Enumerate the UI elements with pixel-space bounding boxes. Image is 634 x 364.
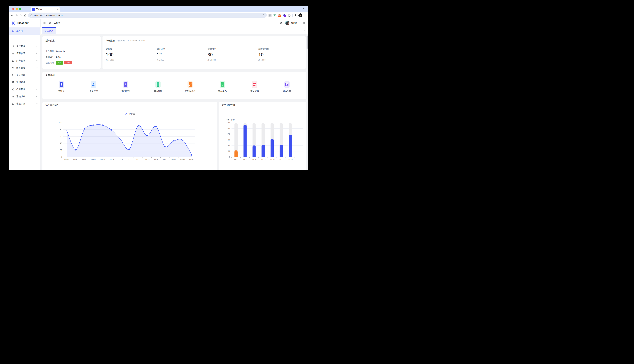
active-tab-dot [45,30,46,32]
vue-extension-icon[interactable] [273,14,276,17]
admin-app: likeadmin 工作台 用户管理 应用管理 [9,19,308,170]
sq-extension-icon[interactable]: SQ [278,14,281,17]
browser-profile-avatar[interactable] [298,14,302,17]
sidebar-item-finance[interactable]: 财务管理 [9,57,40,64]
content-scrollbar-thumb[interactable] [306,36,308,49]
card-title: 常用功能 [46,74,54,77]
address-bar[interactable]: localhost:5173/admin/workbench [28,13,267,18]
sidebar-item-organization[interactable]: 组织管理 [9,78,40,86]
extension-badge: 5 [285,15,286,17]
mail-icon [12,74,15,76]
sidebar-item-permissions[interactable]: 权限管理 [9,86,40,93]
chevron-down-icon [36,102,38,105]
fullscreen-icon[interactable] [280,22,282,24]
browser-tab[interactable]: LA 工作台 [31,7,60,12]
code-window-icon [188,81,193,88]
site-card-icon [284,81,290,88]
official-site-button[interactable]: 官网 [56,61,63,64]
back-icon[interactable] [11,14,14,17]
sidebar-item-decoration[interactable]: 装修管理 [9,64,40,72]
department-card-icon [123,81,128,88]
building-icon [12,81,15,84]
stat-new-visits: 新增访问量 10 总：100 [258,48,305,62]
version-info-card: 版本信息 平台名称likeadmin 当前版本1.9.1 获取渠道 官网 Git… [42,36,100,69]
bookmark-star-icon[interactable] [262,14,265,17]
tab-workbench[interactable]: 工作台 [42,27,56,34]
sidebar-item-template-examples[interactable]: 模板示例 [9,100,40,107]
settings-gear-icon[interactable] [302,22,306,24]
collapse-sidebar-icon[interactable] [43,22,46,24]
purple-diamond-extension-icon[interactable]: 5 [283,14,286,17]
material-media-icon [220,81,225,88]
sidebar: likeadmin 工作台 用户管理 应用管理 [9,19,40,170]
quick-item-material-center[interactable]: 素材中心 [206,79,239,99]
browser-menu-kebab-icon[interactable] [304,14,306,17]
window-controls [12,8,21,10]
new-tab-button[interactable] [62,7,66,11]
menu-toggles-icon [252,81,257,88]
chart-legend[interactable]: 访问量 [42,112,217,115]
chevron-down-icon [36,96,38,98]
brand-logo-row[interactable]: likeadmin [9,19,40,27]
close-window-button[interactable] [12,8,14,10]
zoom-window-button[interactable] [19,8,21,10]
app-window-icon [12,52,15,55]
likeadmin-logo-icon [12,21,16,25]
browser-window: LA 工作台 localhost:5173/admin/workbench SQ [9,6,308,170]
sidebar-item-workbench[interactable]: 工作台 [9,28,40,34]
sidebar-item-users[interactable]: 用户管理 [9,43,40,50]
tabs-dropdown-chevron-icon[interactable] [303,29,306,32]
user-chevron-down-icon[interactable] [298,22,300,24]
chevron-down-icon [36,67,38,69]
react-extension-icon[interactable] [268,14,272,17]
quick-item-site-info[interactable]: 网站信息 [271,79,303,99]
app-header: 工作台 admin [40,19,308,27]
card-title: 销售额趋势图 [222,104,236,106]
reload-icon[interactable] [20,14,22,17]
gitee-button[interactable]: Gitee [64,61,72,64]
home-icon[interactable] [24,14,27,17]
extension-icons: SQ 5 [268,14,291,17]
quick-item-dictionary[interactable]: 字典管理 [142,79,174,99]
admin-tie-icon [59,81,64,88]
username[interactable]: admin [291,22,297,24]
chevron-down-icon [36,81,38,83]
stat-new-users: 新增用户 30 总：3000 [208,48,254,62]
visit-trend-card: 访问量趋势图 访问量 [42,102,217,170]
monitor-icon [12,30,15,32]
quick-item-departments[interactable]: 部门管理 [110,79,142,99]
sidebar-item-system-settings[interactable]: 系统设置 [9,93,40,100]
user-icon [12,45,15,48]
user-avatar[interactable] [285,21,290,25]
sidebar-menu: 工作台 用户管理 应用管理 财务管理 [9,27,40,170]
gear-icon [12,95,15,98]
tabstrip-chevron-icon[interactable] [303,7,306,10]
toolbar-separator [292,14,292,17]
minimize-window-button[interactable] [16,8,18,10]
dictionary-book-icon [156,81,161,88]
browser-tabstrip: LA 工作台 [9,6,308,12]
quick-item-menu-permissions[interactable]: 菜单权限 [238,79,271,99]
role-user-gear-icon [91,81,96,88]
chevron-down-icon [36,74,38,76]
template-image-icon [12,102,15,105]
forward-icon[interactable] [15,14,18,17]
tab-close-icon[interactable] [56,8,58,10]
extensions-puzzle-icon[interactable] [288,14,291,17]
quick-item-roles[interactable]: 角色管理 [78,79,110,99]
sidebar-item-applications[interactable]: 应用管理 [9,50,40,57]
quick-functions-card: 常用功能 管理员 角色管理 [42,72,306,99]
sales-trend-card: 销售额趋势图 [219,102,306,170]
finance-chart-icon [12,60,15,62]
site-info-icon[interactable] [30,14,32,17]
refresh-icon[interactable] [49,22,52,24]
chevron-down-icon [36,45,38,48]
quick-item-code-generator[interactable]: 代码生成器 [174,79,206,99]
page-tabs-bar: 工作台 [40,27,308,34]
sidebar-item-channels[interactable]: 渠道设置 [9,72,40,78]
url-text[interactable]: localhost:5173/admin/workbench [34,14,261,16]
workbench-content: 版本信息 平台名称likeadmin 当前版本1.9.1 获取渠道 官网 Git… [40,34,308,170]
legend-line-icon [124,113,128,115]
download-icon[interactable] [294,14,297,17]
quick-item-admin[interactable]: 管理员 [45,79,78,99]
